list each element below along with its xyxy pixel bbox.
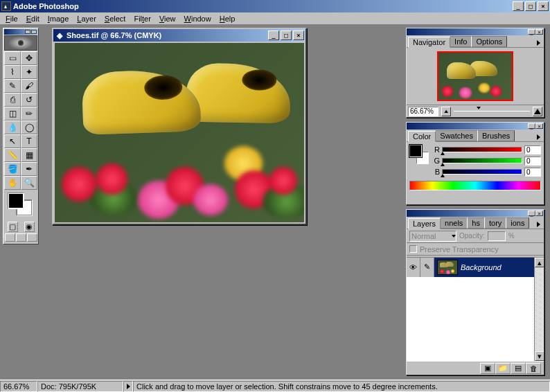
wand-tool[interactable]: ✦ <box>21 65 37 79</box>
marquee-tool[interactable]: ▭ <box>4 51 21 65</box>
navigator-collapse-button[interactable]: _ <box>528 29 535 35</box>
layer-visibility-toggle[interactable]: 👁 <box>407 258 420 277</box>
zoom-tool[interactable]: 🔍 <box>21 176 37 190</box>
tab-swatches[interactable]: Swatches <box>435 130 478 141</box>
type-tool[interactable]: T <box>21 134 37 148</box>
new-layer-button[interactable]: ▤ <box>511 363 526 374</box>
navigator-flyout-icon[interactable] <box>534 39 542 47</box>
color-wells <box>4 191 37 220</box>
opacity-input[interactable] <box>488 231 506 241</box>
tab-brushes[interactable]: Brushes <box>477 130 515 141</box>
close-button[interactable]: × <box>538 1 549 11</box>
screen-full-icon[interactable] <box>27 233 37 242</box>
move-tool[interactable]: ✥ <box>21 51 37 65</box>
g-value-input[interactable] <box>524 157 541 166</box>
color-titlebar[interactable]: _ × <box>407 123 544 130</box>
toolbox-close[interactable] <box>31 30 37 34</box>
layers-flyout-icon[interactable] <box>534 220 542 229</box>
blur-tool[interactable]: 💧 <box>4 121 21 134</box>
layers-scrollbar[interactable]: ▴ ▾ <box>534 258 544 361</box>
b-slider[interactable] <box>442 169 522 175</box>
toolbox-minimize[interactable] <box>25 30 30 34</box>
layer-item[interactable]: Background <box>434 258 544 277</box>
delete-layer-button[interactable]: 🗑 <box>526 363 541 374</box>
tab-info[interactable]: Info <box>450 36 472 47</box>
b-value-input[interactable] <box>524 168 541 177</box>
tab-color[interactable]: Color <box>408 131 436 142</box>
navigator-preview[interactable] <box>407 48 544 105</box>
layer-edit-toggle[interactable]: ✎ <box>420 258 434 277</box>
layer-row[interactable]: 👁 ✎ Background <box>407 258 544 277</box>
toolbox-titlebar[interactable] <box>4 29 37 35</box>
menu-edit[interactable]: Edit <box>22 14 44 24</box>
doc-minimize-button[interactable]: _ <box>268 30 279 40</box>
document-titlebar[interactable]: ◈ Shoes.tif @ 66.7% (CMYK) _ □ × <box>53 29 305 42</box>
doc-maximize-button[interactable]: □ <box>281 30 292 40</box>
layers-collapse-button[interactable]: _ <box>528 211 535 216</box>
airbrush-tool[interactable]: ✎ <box>4 79 21 93</box>
layer-mask-button[interactable]: ▣ <box>480 363 495 374</box>
tab-channels[interactable]: nnels <box>440 217 468 229</box>
layers-titlebar[interactable]: _ × <box>407 210 544 217</box>
r-value-input[interactable] <box>524 145 541 154</box>
navigator-zoom-input[interactable] <box>408 107 438 116</box>
menu-select[interactable]: Select <box>100 14 130 24</box>
r-slider[interactable] <box>442 147 522 152</box>
screen-standard-icon[interactable] <box>5 233 15 242</box>
color-close-button[interactable]: × <box>535 123 543 129</box>
menu-view[interactable]: View <box>155 14 180 24</box>
color-collapse-button[interactable]: _ <box>528 123 535 129</box>
status-menu-button[interactable] <box>123 381 133 392</box>
screen-fullmenu-icon[interactable] <box>16 233 26 242</box>
tab-options[interactable]: Options <box>471 36 507 47</box>
eyedropper-tool[interactable]: ✒ <box>21 162 37 176</box>
menu-window[interactable]: Window <box>180 14 215 24</box>
menu-filter[interactable]: Filter <box>130 14 154 24</box>
history-brush-tool[interactable]: ↺ <box>21 93 37 107</box>
color-ramp[interactable] <box>409 181 541 190</box>
stamp-tool[interactable]: ⎙ <box>4 93 21 107</box>
foreground-color-well[interactable] <box>8 193 24 209</box>
layers-close-button[interactable]: × <box>535 211 543 216</box>
maximize-button[interactable]: □ <box>525 1 536 11</box>
pen-tool[interactable]: ↖ <box>4 134 21 148</box>
tab-history[interactable]: tory <box>484 217 506 229</box>
zoom-slider[interactable] <box>454 108 530 115</box>
menu-image[interactable]: Image <box>44 14 73 24</box>
gradient-tool[interactable]: ▦ <box>21 148 37 162</box>
bucket-tool[interactable]: 🪣 <box>4 162 21 176</box>
standard-mode-icon[interactable]: ▢ <box>8 222 18 232</box>
pencil-tool[interactable]: ✏ <box>21 107 37 121</box>
window-buttons: _ □ × <box>513 1 549 11</box>
preserve-transparency-checkbox[interactable] <box>409 245 417 253</box>
hand-tool[interactable]: ✋ <box>4 176 21 190</box>
zoom-in-button[interactable] <box>533 107 542 116</box>
menu-help[interactable]: Help <box>215 14 240 24</box>
navigator-close-button[interactable]: × <box>535 29 543 35</box>
tab-actions[interactable]: ions <box>506 217 529 229</box>
g-slider[interactable] <box>442 158 522 163</box>
doc-close-button[interactable]: × <box>293 30 304 40</box>
document-canvas[interactable] <box>55 43 304 222</box>
scroll-up-button[interactable]: ▴ <box>535 258 544 267</box>
new-folder-button[interactable]: 📁 <box>495 363 511 374</box>
dodge-tool[interactable]: ◯ <box>21 121 37 134</box>
tab-layers[interactable]: Layers <box>408 218 441 229</box>
menu-file[interactable]: File <box>1 14 22 24</box>
measure-tool[interactable]: 📏 <box>4 148 21 162</box>
scroll-down-button[interactable]: ▾ <box>535 351 544 361</box>
navigator-titlebar[interactable]: _ × <box>407 28 544 35</box>
quickmask-mode-icon[interactable]: ◉ <box>24 222 35 232</box>
color-flyout-icon[interactable] <box>534 133 542 141</box>
tab-paths[interactable]: hs <box>467 217 485 229</box>
blend-mode-select[interactable]: Normal <box>409 231 456 242</box>
tab-navigator[interactable]: Navigator <box>408 37 450 48</box>
paintbrush-tool[interactable]: 🖌 <box>21 79 37 93</box>
fg-color-swatch[interactable] <box>409 145 422 157</box>
zoom-out-button[interactable] <box>441 107 451 116</box>
lasso-tool[interactable]: ⌇ <box>4 65 21 79</box>
status-zoom[interactable]: 66.67% <box>0 381 37 392</box>
eraser-tool[interactable]: ◫ <box>4 107 21 121</box>
menu-layer[interactable]: Layer <box>73 14 100 24</box>
minimize-button[interactable]: _ <box>513 1 524 11</box>
